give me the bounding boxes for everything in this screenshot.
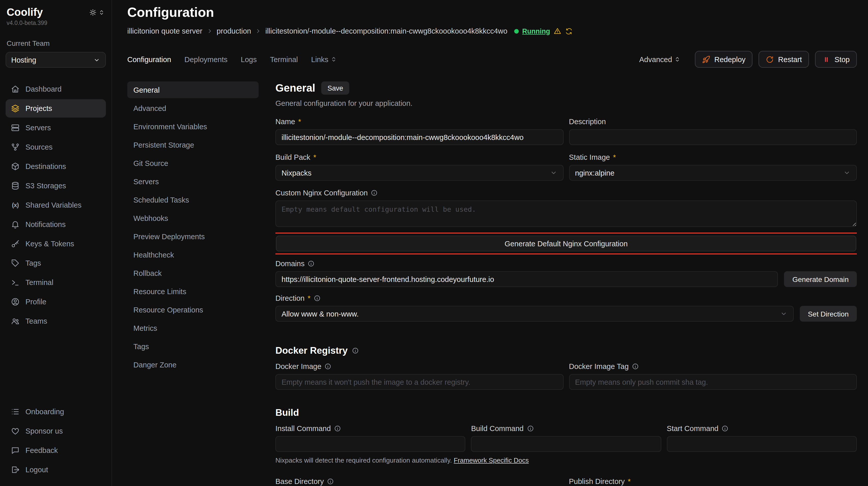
sidebar-spacer [6,330,106,402]
sidebar-item-sources[interactable]: Sources [6,138,106,156]
logout-icon [11,465,20,474]
info-icon[interactable] [352,347,359,354]
subnav-item-rollback[interactable]: Rollback [127,265,259,282]
description-input[interactable] [569,129,857,145]
generate-domain-button[interactable]: Generate Domain [784,271,857,287]
install-command-input[interactable] [275,436,466,452]
subnav-item-servers[interactable]: Servers [127,173,259,190]
tab-deployments[interactable]: Deployments [185,55,227,63]
build-pack-label: Build Pack* [275,153,563,161]
reload-icon[interactable] [565,27,573,35]
breadcrumb-resource[interactable]: illicitestonion/-module--decomposition:m… [265,27,507,35]
direction-select[interactable]: Allow www & non-www. [275,306,794,322]
subnav-item-resource-limits[interactable]: Resource Limits [127,283,259,300]
info-icon[interactable] [334,425,341,432]
sidebar-item-sponsor[interactable]: Sponsor us [6,422,106,440]
team-select[interactable]: Hosting [6,52,106,68]
sidebar-item-label: Sources [26,143,53,151]
stop-button[interactable]: Stop [815,51,857,68]
sidebar: Coolify v4.0.0-beta.399 Current Team Hos… [0,0,112,486]
sidebar-item-keys-tokens[interactable]: Keys & Tokens [6,235,106,253]
sidebar-item-label: Destinations [26,162,66,170]
highlight-annotation-box: Generate Default Nginx Configuration [275,233,857,254]
tab-logs[interactable]: Logs [241,55,257,63]
info-icon[interactable] [527,425,534,432]
sidebar-item-destinations[interactable]: Destinations [6,157,106,175]
sidebar-item-projects[interactable]: Projects [6,99,106,118]
generate-nginx-config-button[interactable]: Generate Default Nginx Configuration [276,236,856,251]
info-icon[interactable] [371,189,378,196]
tab-links[interactable]: Links [311,55,337,63]
info-icon[interactable] [327,478,334,485]
subnav-item-tags[interactable]: Tags [127,338,259,355]
subnav-item-advanced[interactable]: Advanced [127,100,259,117]
static-image-select[interactable]: nginx:alpine [569,165,857,181]
sidebar-item-onboarding[interactable]: Onboarding [6,402,106,421]
breadcrumb-environment[interactable]: production [217,27,251,35]
action-buttons: Advanced Redeploy Restart Stop [639,51,857,68]
info-icon[interactable] [632,363,639,370]
advanced-label: Advanced [639,55,672,63]
static-image-value: nginx:alpine [575,169,615,177]
subnav-item-environment-variables[interactable]: Environment Variables [127,118,259,135]
sidebar-item-dashboard[interactable]: Dashboard [6,80,106,98]
subnav-item-healthcheck[interactable]: Healthcheck [127,246,259,263]
sidebar-item-terminal[interactable]: Terminal [6,273,106,292]
subnav-item-scheduled-tasks[interactable]: Scheduled Tasks [127,191,259,208]
framework-docs-link[interactable]: Framework Specific Docs [454,456,529,464]
warning-icon[interactable] [554,27,562,35]
install-command-label: Install Command [275,424,466,432]
sidebar-item-label: Dashboard [26,85,62,93]
subnav-item-git-source[interactable]: Git Source [127,155,259,171]
domains-input[interactable] [275,271,778,287]
advanced-dropdown[interactable]: Advanced [639,55,681,63]
app-logo[interactable]: Coolify [7,6,43,18]
tab-configuration[interactable]: Configuration [127,55,171,63]
restart-label: Restart [778,55,802,63]
subnav-item-preview-deployments[interactable]: Preview Deployments [127,228,259,245]
subnav-item-webhooks[interactable]: Webhooks [127,210,259,226]
sidebar-item-notifications[interactable]: Notifications [6,215,106,234]
sidebar-item-shared-variables[interactable]: (x) Shared Variables [6,196,106,214]
subnav-item-persistent-storage[interactable]: Persistent Storage [127,136,259,153]
docker-image-tag-input[interactable] [569,374,857,390]
docker-image-input[interactable] [275,374,563,390]
tab-terminal[interactable]: Terminal [270,55,298,63]
info-icon[interactable] [721,425,728,432]
chevron-down-icon [843,169,851,176]
user-circle-icon [11,297,20,306]
save-button[interactable]: Save [321,82,349,95]
info-icon[interactable] [314,295,321,302]
custom-nginx-textarea[interactable] [275,200,857,227]
selector-icon [331,56,337,63]
sidebar-item-label: Logout [26,466,48,474]
sidebar-item-servers[interactable]: Servers [6,119,106,137]
docker-image-label: Docker Image [275,362,563,370]
sidebar-item-s3-storages[interactable]: S3 Storages [6,176,106,195]
stop-label: Stop [834,55,850,63]
general-form: General Save General configuration for y… [275,82,857,486]
redeploy-button[interactable]: Redeploy [695,51,753,68]
git-branch-icon [11,142,20,152]
status-running-link[interactable]: Running [522,27,550,35]
subnav-item-metrics[interactable]: Metrics [127,320,259,336]
set-direction-button[interactable]: Set Direction [800,306,857,322]
build-command-input[interactable] [471,436,661,452]
sidebar-item-tags[interactable]: Tags [6,254,106,272]
theme-switcher[interactable] [89,9,105,16]
subnav-item-danger-zone[interactable]: Danger Zone [127,356,259,373]
sidebar-item-feedback[interactable]: Feedback [6,441,106,459]
name-input[interactable] [275,129,563,145]
sidebar-item-profile[interactable]: Profile [6,293,106,311]
sidebar-item-logout[interactable]: Logout [6,460,106,479]
sidebar-item-teams[interactable]: Teams [6,312,106,330]
restart-button[interactable]: Restart [759,51,809,68]
subnav-item-resource-operations[interactable]: Resource Operations [127,301,259,318]
subnav-item-general[interactable]: General [127,82,259,98]
start-command-input[interactable] [666,436,857,452]
breadcrumb-project[interactable]: illicitonion quote server [127,27,203,35]
build-pack-value: Nixpacks [282,169,312,177]
build-pack-select[interactable]: Nixpacks [275,165,563,181]
info-icon[interactable] [324,363,332,370]
info-icon[interactable] [308,260,315,267]
